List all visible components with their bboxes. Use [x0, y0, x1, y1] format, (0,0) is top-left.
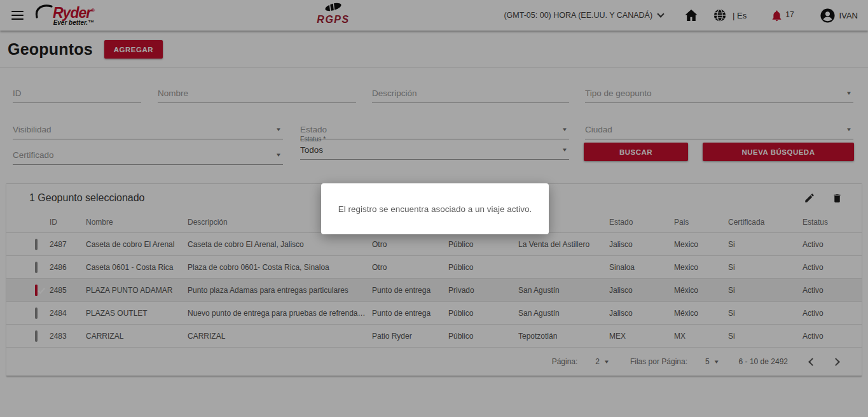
dialog-message: El registro se encuentra asociado a un v…	[338, 204, 532, 214]
dialog: El registro se encuentra asociado a un v…	[321, 183, 549, 234]
